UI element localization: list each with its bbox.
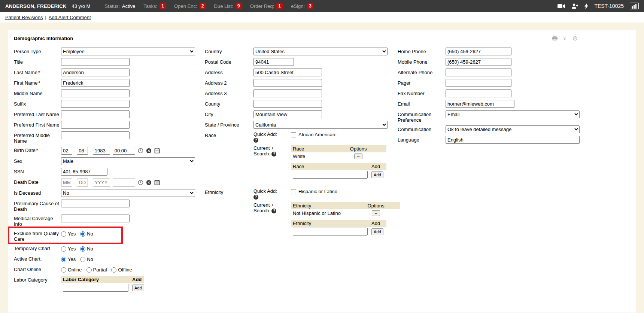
preliminary-cause-input[interactable] — [61, 200, 130, 207]
due-list-badge[interactable]: 9 — [236, 3, 242, 9]
open-enc-counter[interactable]: Open Enc: 2 — [174, 3, 206, 9]
add-person-icon[interactable] — [571, 3, 578, 9]
chart-online-online-option[interactable]: Online — [61, 267, 82, 273]
birth-time-input[interactable] — [113, 147, 135, 155]
collapse-icon[interactable]: » — [564, 35, 566, 42]
address3-input[interactable] — [253, 89, 322, 97]
temporary-chart-yes-option[interactable]: Yes — [61, 246, 76, 252]
help-icon[interactable]: ? — [271, 152, 276, 156]
temporary-chart-no-option[interactable]: No — [80, 246, 93, 252]
esign-counter[interactable]: eSign: 3 — [291, 3, 313, 9]
active-chart-yes-option[interactable]: Yes — [61, 256, 76, 262]
mobile-phone-input[interactable] — [446, 58, 511, 66]
race-add-input[interactable] — [293, 171, 368, 179]
temporary-chart-yes-radio[interactable] — [61, 246, 66, 252]
ethnicity-add-button[interactable]: Add — [371, 228, 383, 235]
birth-day-input[interactable] — [77, 147, 88, 155]
communication-preference-select[interactable]: Email — [446, 110, 580, 118]
email-input[interactable] — [446, 100, 514, 108]
remove-ethnicity-button[interactable]: – — [372, 210, 380, 216]
chart-icon[interactable] — [630, 3, 639, 9]
labor-category-input[interactable] — [63, 284, 128, 292]
clear-date-icon[interactable] — [146, 180, 152, 185]
race-add-button[interactable]: Add — [371, 171, 383, 178]
help-icon[interactable]: ? — [253, 195, 258, 200]
ssn-input[interactable] — [61, 168, 107, 176]
title-input[interactable] — [61, 58, 130, 66]
patient-revisions-link[interactable]: Patient Revisions — [5, 15, 43, 20]
preferred-first-name-input[interactable] — [61, 121, 130, 129]
home-phone-input[interactable] — [446, 48, 511, 55]
pager-input[interactable] — [446, 79, 511, 87]
address-input[interactable] — [253, 69, 322, 76]
remove-race-button[interactable]: – — [354, 154, 362, 159]
temporary-chart-no-radio[interactable] — [80, 246, 85, 252]
last-name-input[interactable] — [61, 69, 130, 76]
ethnicity-hispanic-option[interactable]: Hispanic or Latino — [291, 188, 337, 194]
tasks-badge[interactable]: 1 — [160, 3, 166, 9]
person-type-select[interactable]: Employee — [61, 48, 195, 55]
calendar-icon[interactable] — [154, 180, 160, 185]
order-req-counter[interactable]: Order Req: 1 — [250, 3, 283, 9]
open-enc-badge[interactable]: 2 — [200, 3, 206, 9]
preferred-last-name-input[interactable] — [61, 110, 130, 118]
address2-input[interactable] — [253, 79, 322, 87]
print-icon[interactable] — [552, 36, 558, 41]
chart-online-partial-option[interactable]: Partial — [86, 267, 107, 273]
disable-icon[interactable]: ⊘ — [572, 35, 578, 42]
death-month-input[interactable] — [61, 179, 72, 186]
clear-date-icon[interactable] — [146, 148, 152, 154]
ethnicity-add-input[interactable] — [293, 228, 368, 235]
order-req-badge[interactable]: 1 — [276, 3, 283, 9]
exclude-quality-no-radio[interactable] — [80, 231, 85, 237]
fax-number-input[interactable] — [446, 89, 511, 97]
language-input[interactable] — [446, 136, 580, 144]
medical-coverage-input[interactable] — [61, 215, 130, 222]
alternate-phone-input[interactable] — [446, 69, 511, 76]
active-chart-no-option[interactable]: No — [80, 256, 93, 262]
ethnicity-hispanic-checkbox[interactable] — [291, 189, 296, 194]
death-time-input[interactable] — [113, 179, 135, 186]
chart-online-online-radio[interactable] — [61, 267, 66, 273]
sex-select[interactable]: Male — [61, 157, 195, 165]
death-day-input[interactable] — [77, 179, 88, 186]
first-name-input[interactable] — [61, 79, 130, 87]
chart-online-partial-radio[interactable] — [86, 267, 92, 273]
country-select[interactable]: United States — [253, 48, 388, 55]
exclude-quality-yes-radio[interactable] — [61, 231, 66, 237]
esign-badge[interactable]: 3 — [307, 3, 313, 9]
help-icon[interactable]: ? — [253, 138, 258, 143]
calendar-icon[interactable] — [154, 148, 160, 154]
county-input[interactable] — [253, 100, 322, 108]
postal-code-input[interactable] — [253, 58, 294, 66]
preferred-middle-name-input[interactable] — [61, 131, 130, 139]
birth-year-input[interactable] — [93, 147, 110, 155]
state-select[interactable]: California — [253, 121, 388, 129]
tasks-counter[interactable]: Tasks: 1 — [143, 3, 166, 9]
suffix-input[interactable] — [61, 100, 130, 108]
birth-month-input[interactable] — [61, 147, 72, 155]
add-alert-comment-link[interactable]: Add Alert Comment — [49, 15, 91, 20]
clock-icon[interactable] — [138, 180, 143, 185]
help-icon[interactable]: ? — [271, 209, 276, 213]
chart-online-offline-radio[interactable] — [111, 267, 116, 273]
due-list-counter[interactable]: Due List: 9 — [214, 3, 242, 9]
death-year-input[interactable] — [93, 179, 110, 186]
ethnicity-add-header: Add — [370, 220, 386, 227]
city-input[interactable] — [253, 110, 322, 118]
race-african-american-checkbox[interactable] — [291, 132, 296, 137]
exclude-quality-no-option[interactable]: No — [80, 231, 93, 237]
video-camera-icon[interactable] — [558, 4, 565, 9]
communication-select[interactable]: Ok to leave detailed message — [446, 125, 580, 133]
field-preferred-last-name: Preferred Last Name — [14, 110, 203, 118]
race-african-american-option[interactable]: African American — [291, 131, 335, 137]
middle-name-input[interactable] — [61, 89, 130, 97]
lightning-icon[interactable] — [584, 3, 588, 9]
clock-icon[interactable] — [138, 148, 143, 154]
active-chart-no-radio[interactable] — [80, 257, 85, 262]
is-deceased-select[interactable]: No — [61, 189, 195, 197]
chart-online-offline-option[interactable]: Offline — [111, 267, 132, 273]
active-chart-yes-radio[interactable] — [61, 257, 66, 262]
labor-category-add-button[interactable]: Add — [132, 285, 144, 291]
exclude-quality-yes-option[interactable]: Yes — [61, 231, 76, 237]
